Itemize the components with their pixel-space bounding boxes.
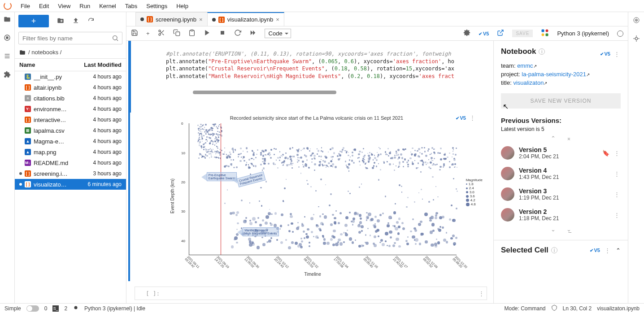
mode-indicator[interactable]: Mode: Command bbox=[505, 305, 546, 312]
run-icon[interactable] bbox=[204, 29, 211, 38]
file-type-icon: ⊞ bbox=[25, 127, 31, 134]
version-menu-icon[interactable]: ⋮ bbox=[614, 212, 621, 218]
file-filter-input[interactable] bbox=[18, 32, 122, 44]
refresh-icon[interactable] bbox=[87, 17, 95, 26]
new-launcher-button[interactable]: + bbox=[18, 15, 49, 27]
code-cell[interactable]: #plt.annotate('ERUPTION', (0.11, 0.13), … bbox=[128, 41, 493, 113]
close-icon[interactable]: × bbox=[199, 16, 203, 23]
menu-settings[interactable]: Settings bbox=[142, 3, 172, 9]
file-row[interactable]: [ ]screening.i…3 hours ago bbox=[15, 168, 126, 179]
menu-view[interactable]: View bbox=[53, 3, 75, 9]
file-row[interactable]: ▲Magma-e…4 hours ago bbox=[15, 136, 126, 147]
notebook-scroll[interactable]: #plt.annotate('ERUPTION', (0.11, 0.13), … bbox=[126, 41, 493, 303]
file-row[interactable]: 🐍__init__.py4 hours ago bbox=[15, 71, 126, 82]
version-badge[interactable]: V5 bbox=[600, 51, 610, 57]
version-title: Version 4 bbox=[519, 167, 609, 174]
kernel-status-text[interactable]: Python 3 (ipykernel) | Idle bbox=[84, 305, 145, 312]
output-cell: V5 ⋮ Recorded seismicity since start of … bbox=[128, 113, 493, 281]
file-row[interactable]: Y:environme…4 hours ago bbox=[15, 104, 126, 114]
menu-run[interactable]: Run bbox=[75, 3, 95, 9]
expand-down-icon[interactable]: ⌄ bbox=[551, 226, 556, 233]
paste-icon[interactable] bbox=[188, 29, 196, 38]
collapse-up-icon[interactable]: ⌃ bbox=[551, 135, 556, 142]
team-link[interactable]: emmc bbox=[517, 62, 533, 69]
collapse-section-icon[interactable]: ⌃ bbox=[616, 247, 621, 254]
empty-code-cell[interactable]: [ ]: bbox=[135, 287, 487, 300]
curvenote-save-button[interactable]: SAVE bbox=[512, 30, 533, 37]
curvenote-settings-icon[interactable] bbox=[463, 29, 470, 38]
project-link[interactable]: la-palma-seismicity-2021 bbox=[522, 71, 586, 78]
save-new-version-button[interactable]: SAVE NEW VERSION bbox=[501, 93, 621, 109]
info-icon[interactable]: i bbox=[551, 247, 557, 253]
property-inspector-icon[interactable] bbox=[633, 17, 640, 25]
version-row[interactable]: Version 31:19 PM, Dec 21⋮ bbox=[501, 184, 621, 204]
version-badge[interactable]: V5 bbox=[479, 31, 489, 36]
version-row[interactable]: Version 21:18 PM, Dec 21⋮ bbox=[501, 204, 621, 225]
file-row[interactable]: [ ]interactive…4 hours ago bbox=[15, 114, 126, 125]
cursor-position[interactable]: Ln 30, Col 2 bbox=[563, 305, 592, 312]
bookmark-icon[interactable]: 🔖 bbox=[602, 150, 609, 156]
kernel-name[interactable]: Python 3 (ipykernel) bbox=[557, 30, 609, 37]
version-row[interactable]: Version 52:04 PM, Dec 21🔖⋮ bbox=[501, 143, 621, 163]
svg-point-7 bbox=[159, 30, 161, 32]
jump-bottom-icon[interactable]: ⌄̲ bbox=[566, 226, 571, 233]
file-row[interactable]: ▲map.png4 hours ago bbox=[15, 147, 126, 157]
file-row[interactable]: ⊞lapalma.csv4 hours ago bbox=[15, 125, 126, 136]
kernel-status-icon[interactable] bbox=[617, 30, 623, 37]
title-link[interactable]: visualizaton bbox=[513, 79, 544, 86]
menu-file[interactable]: File bbox=[16, 3, 35, 9]
panel-menu-icon[interactable]: ⋮ bbox=[614, 51, 621, 57]
add-cell-icon[interactable]: + bbox=[146, 30, 150, 37]
panel-menu-icon[interactable]: ⋮ bbox=[605, 247, 611, 254]
menu-help[interactable]: Help bbox=[172, 3, 193, 9]
version-row[interactable]: Version 41:43 PM, Dec 21⋮ bbox=[501, 163, 621, 184]
info-icon[interactable]: i bbox=[539, 48, 545, 55]
folder-icon[interactable] bbox=[4, 16, 11, 24]
toc-icon[interactable] bbox=[4, 52, 11, 61]
file-row[interactable]: [ ]visualizato…6 minutes ago bbox=[15, 179, 126, 190]
running-icon[interactable] bbox=[4, 34, 11, 43]
tab[interactable]: [ ]visualizaton.ipynb× bbox=[207, 12, 284, 26]
version-menu-icon[interactable]: ⋮ bbox=[614, 150, 621, 156]
jump-top-icon[interactable]: ⌅ bbox=[566, 135, 571, 142]
version-menu-icon[interactable]: ⋮ bbox=[614, 170, 621, 177]
current-file[interactable]: visualizaton.ipynb bbox=[597, 305, 640, 312]
code-editor[interactable]: #plt.annotate('ERUPTION', (0.11, 0.13), … bbox=[135, 41, 493, 113]
notifications-icon[interactable] bbox=[551, 304, 557, 312]
terminals-count[interactable]: 0 bbox=[44, 305, 48, 312]
debug-icon[interactable] bbox=[633, 35, 640, 43]
menu-kernel[interactable]: Kernel bbox=[95, 3, 121, 9]
simple-mode-toggle[interactable] bbox=[26, 305, 39, 312]
copy-icon[interactable] bbox=[173, 29, 180, 38]
version-badge[interactable]: V5 bbox=[590, 248, 600, 253]
save-icon[interactable] bbox=[131, 29, 138, 38]
new-folder-icon[interactable] bbox=[57, 17, 64, 26]
version-menu-icon[interactable]: ⋮ bbox=[614, 191, 621, 198]
cell-menu-icon[interactable]: ⋮ bbox=[479, 290, 485, 297]
col-modified[interactable]: Last Modified bbox=[84, 61, 122, 68]
extensions-icon[interactable] bbox=[4, 71, 11, 79]
notebook-icon: [ ] bbox=[147, 16, 153, 22]
restart-icon[interactable] bbox=[234, 29, 241, 38]
restart-run-all-icon[interactable] bbox=[249, 29, 257, 38]
kernel-list-icon[interactable] bbox=[73, 304, 79, 312]
file-row[interactable]: ≡citations.bib4 hours ago bbox=[15, 93, 126, 104]
open-external-icon[interactable] bbox=[497, 29, 504, 38]
curvenote-logo-icon[interactable] bbox=[541, 29, 549, 38]
terminal-icon[interactable]: S_ bbox=[52, 305, 59, 312]
menu-tabs[interactable]: Tabs bbox=[121, 3, 142, 9]
tab[interactable]: [ ]screening.ipynb× bbox=[135, 12, 208, 26]
breadcrumb[interactable]: / notebooks / bbox=[15, 46, 126, 58]
cell-type-select[interactable]: Code bbox=[265, 29, 291, 38]
col-name[interactable]: Name bbox=[19, 61, 35, 68]
file-row[interactable]: M↓README.md4 hours ago bbox=[15, 157, 126, 168]
menu-edit[interactable]: Edit bbox=[35, 3, 53, 9]
horizontal-scrollbar[interactable] bbox=[193, 91, 336, 94]
svg-rect-12 bbox=[176, 32, 180, 36]
stop-icon[interactable] bbox=[219, 29, 226, 38]
cut-icon[interactable] bbox=[158, 29, 165, 38]
file-row[interactable]: [ ]altair.ipynb4 hours ago bbox=[15, 82, 126, 93]
close-icon[interactable]: × bbox=[276, 16, 279, 23]
kernels-count[interactable]: 2 bbox=[64, 305, 67, 312]
upload-icon[interactable] bbox=[72, 17, 79, 26]
